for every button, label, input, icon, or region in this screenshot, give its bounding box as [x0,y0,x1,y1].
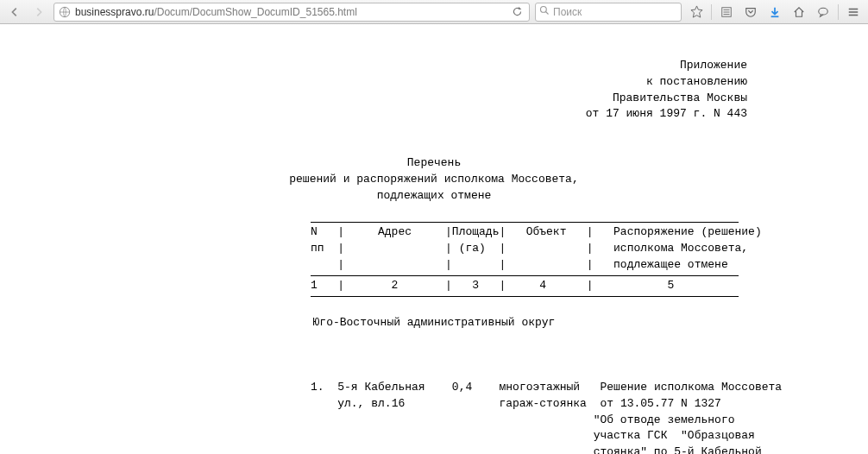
browser-toolbar: businesspravo.ru/Docum/DocumShow_DocumID… [0,0,868,24]
search-placeholder: Поиск [553,6,582,18]
url-bar[interactable]: businesspravo.ru/Docum/DocumShow_DocumID… [53,3,530,22]
list-button[interactable] [715,3,738,22]
download-button[interactable] [764,3,786,22]
table-header: N | Адрес |Площадь| Объект | Распоряжени… [311,222,739,296]
doc-title: Перечень решений и распоряжений исполком… [26,155,842,205]
svg-line-2 [546,12,549,15]
doc-header: Приложение к постановлению Правительства… [26,58,747,123]
home-button[interactable] [788,3,810,22]
menu-button[interactable] [842,3,865,22]
star-button[interactable] [685,3,708,22]
search-bar[interactable]: Поиск [535,3,682,22]
svg-point-8 [819,8,828,15]
divider [838,4,839,20]
url-text: businesspravo.ru/Docum/DocumShow_DocumID… [75,6,508,18]
chat-button[interactable] [812,3,834,22]
svg-point-1 [541,7,547,13]
search-icon [539,5,550,18]
document-content: Приложение к постановлению Правительства… [0,24,868,454]
table-body: 1. 5-я Кабельная 0,4 многоэтажный Решени… [311,363,842,454]
row-1: 1. 5-я Кабельная 0,4 многоэтажный Решени… [311,381,782,454]
divider [711,4,712,20]
globe-icon [58,5,72,19]
pocket-button[interactable] [739,3,762,22]
section-title: Юго-Восточный административный округ [26,315,842,331]
reload-button[interactable] [508,6,525,17]
forward-button[interactable] [28,3,50,22]
back-button[interactable] [3,3,26,22]
